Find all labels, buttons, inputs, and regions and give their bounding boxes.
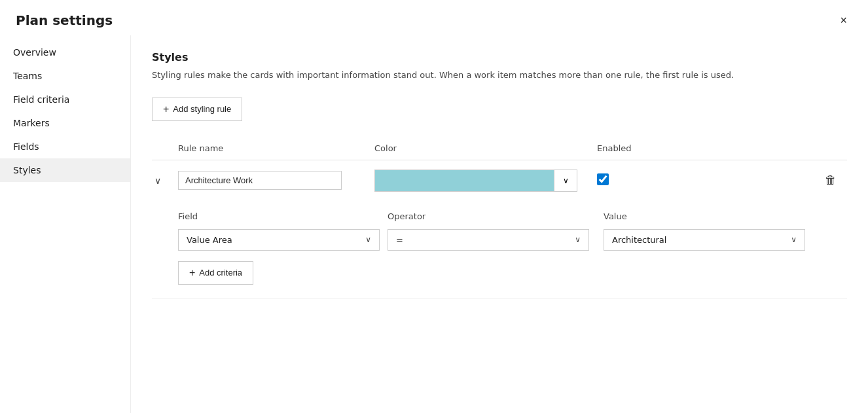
rule-name-input[interactable] xyxy=(178,171,342,190)
section-description: Styling rules make the cards with import… xyxy=(152,69,839,82)
add-styling-rule-button[interactable]: + Add styling rule xyxy=(152,98,242,121)
criteria-col-field: Field xyxy=(178,211,388,221)
color-dropdown-button[interactable]: ∨ xyxy=(554,170,577,192)
sidebar-item-field-criteria[interactable]: Field criteria xyxy=(0,88,130,111)
sidebar-item-styles[interactable]: Styles xyxy=(0,158,130,182)
color-swatch[interactable] xyxy=(374,170,554,192)
criteria-col-operator: Operator xyxy=(388,211,604,221)
chevron-down-icon: ∨ xyxy=(563,176,569,185)
rule-expand-button[interactable]: ∨ xyxy=(152,173,164,189)
sidebar: Overview Teams Field criteria Markers Fi… xyxy=(0,35,131,413)
sidebar-item-markers[interactable]: Markers xyxy=(0,111,130,135)
col-rule-name: Rule name xyxy=(178,141,374,156)
criteria-value-value: Architectural xyxy=(612,235,666,245)
rule-top-row: ∨ ∨ xyxy=(152,160,847,201)
chevron-down-icon: ∨ xyxy=(154,175,161,186)
plus-icon: + xyxy=(189,267,195,279)
sidebar-item-fields[interactable]: Fields xyxy=(0,135,130,158)
criteria-field-value: Value Area xyxy=(187,235,232,245)
color-picker-wrapper: ∨ xyxy=(374,170,577,192)
add-criteria-button[interactable]: + Add criteria xyxy=(178,261,253,285)
col-color: Color xyxy=(374,141,597,156)
criteria-field-select[interactable]: Value Area ∨ xyxy=(178,229,380,251)
col-expand xyxy=(152,141,178,156)
chevron-down-icon: ∨ xyxy=(791,235,797,244)
chevron-down-icon: ∨ xyxy=(365,235,371,244)
criteria-value-select[interactable]: Architectural ∨ xyxy=(604,229,805,251)
rule-row-wrapper: ∨ ∨ xyxy=(152,160,847,298)
rule-enabled-cell xyxy=(597,173,728,187)
page-title: Plan settings xyxy=(16,12,113,28)
table-header: Rule name Color Enabled xyxy=(152,137,847,160)
criteria-header: Field Operator Value xyxy=(178,211,847,221)
rule-expand-cell: ∨ xyxy=(152,173,178,189)
criteria-col-value: Value xyxy=(604,211,813,221)
rule-enabled-checkbox[interactable] xyxy=(597,173,609,185)
criteria-operator-value: = xyxy=(396,235,403,245)
rule-delete-button[interactable]: 🗑 xyxy=(820,171,842,190)
chevron-down-icon: ∨ xyxy=(575,235,581,244)
trash-icon: 🗑 xyxy=(825,173,837,187)
main-content: Styles Styling rules make the cards with… xyxy=(131,35,868,413)
sidebar-item-overview[interactable]: Overview xyxy=(0,41,130,64)
col-enabled: Enabled xyxy=(597,141,728,156)
sidebar-item-teams[interactable]: Teams xyxy=(0,64,130,88)
rule-delete-cell: 🗑 xyxy=(728,171,847,190)
section-title: Styles xyxy=(152,51,847,63)
criteria-operator-select[interactable]: = ∨ xyxy=(388,229,589,251)
col-actions xyxy=(728,141,847,156)
close-button[interactable]: × xyxy=(835,12,852,29)
rule-name-cell xyxy=(178,171,374,190)
criteria-operator-cell: = ∨ xyxy=(388,229,604,251)
criteria-section: Field Operator Value Value Area ∨ xyxy=(152,201,847,298)
criteria-field-cell: Value Area ∨ xyxy=(178,229,388,251)
criteria-value-cell: Architectural ∨ xyxy=(604,229,813,251)
rule-color-cell: ∨ xyxy=(374,170,597,192)
criteria-row: Value Area ∨ = ∨ xyxy=(178,229,847,251)
plus-icon: + xyxy=(163,103,169,115)
